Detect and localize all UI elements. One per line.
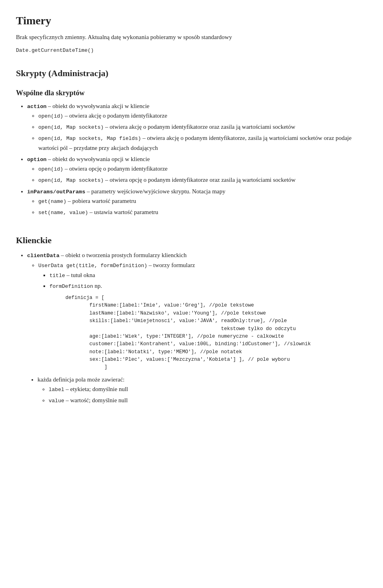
- option-desc: – obiekt do wywoływania opcji w kliencie: [47, 156, 150, 162]
- section1-desc2: Date.getCurrentDateTime(): [16, 45, 367, 55]
- list-item: set(name, value) – ustawia wartość param…: [38, 207, 367, 217]
- list-item: open(id) – otwiera opcję o podanym ident…: [38, 164, 367, 174]
- option-open2: open(id, Map sockets): [38, 177, 104, 183]
- kazda-list: każda definicja pola może zawierać: labe…: [38, 375, 367, 405]
- userdata-desc: – tworzy formularz: [147, 262, 195, 268]
- list-item-userdata: UserData get(title, formDefinition) – tw…: [38, 260, 367, 372]
- list-item: open(id) – otwiera akcję o podanym ident…: [38, 111, 367, 121]
- list-item: open(id, Map sockets) – otwiera opcję o …: [38, 175, 367, 185]
- list-item-label: label – etykieta; domyślnie null: [49, 384, 367, 394]
- list-item-clientdata: clientData – obiekt o tworzenia prostych…: [27, 250, 367, 372]
- section1-title: Timery: [16, 12, 367, 30]
- list-item-formdef: formDefinition np. definicja = [ firstNa…: [49, 281, 367, 372]
- wspólne-list: action – obiekt do wywoływania akcji w k…: [27, 101, 367, 217]
- list-item: open(id, Map sockets, Map fields) – otwi…: [38, 133, 367, 153]
- userdata-method: UserData get(title, formDefinition): [38, 263, 147, 269]
- userdata-subitems: title – tutuł okna formDefinition np. de…: [49, 270, 367, 372]
- kazda-subitems: label – etykieta; domyślnie null value –…: [49, 384, 367, 405]
- list-item-title: title – tutuł okna: [49, 270, 367, 280]
- formdef-codeblock: definicja = [ firstName:[label:'Imie', v…: [65, 294, 367, 372]
- title-desc: – tutuł okna: [65, 272, 95, 278]
- klienckie-section: Klienckie clientData – obiekt o tworzeni…: [16, 233, 367, 405]
- action-desc: – obiekt do wywoływania akcji w kliencie: [47, 103, 150, 109]
- section1-code: Date.getCurrentDateTime(): [16, 47, 94, 53]
- list-item: open(id, Map sockets) – otwiera akcję o …: [38, 122, 367, 132]
- setname: set(name, value): [38, 210, 88, 216]
- klienckie-list: clientData – obiekt o tworzenia prostych…: [27, 250, 367, 372]
- list-item-value: value – wartość; domyślnie null: [49, 395, 367, 405]
- action-open1: open(id): [38, 113, 63, 119]
- inparams-label: inParams/outParams: [27, 189, 85, 195]
- inparams-subitems: get(name) – pobiera wartość parametru se…: [38, 196, 367, 217]
- action-open3: open(id, Map sockets, Map fields): [38, 136, 141, 142]
- subsection1-title: Wspólne dla skryptów: [16, 87, 367, 99]
- clientdata-label: clientData: [27, 253, 59, 259]
- list-item-option: option – obiekt do wywoływania opcji w k…: [27, 154, 367, 185]
- action-open2: open(id, Map sockets): [38, 124, 104, 130]
- action-open1-desc: – otwiera akcję o podanym identyfikatorz…: [63, 112, 167, 119]
- action-label: action: [27, 104, 47, 110]
- clientdata-subitems: UserData get(title, formDefinition) – tw…: [38, 260, 367, 372]
- list-item: get(name) – pobiera wartość parametru: [38, 196, 367, 206]
- label-field: label: [49, 387, 64, 393]
- option-open1: open(id): [38, 166, 63, 172]
- option-label: option: [27, 157, 47, 163]
- list-item-inparams: inParams/outParams – parametry wejściowe…: [27, 187, 367, 217]
- value-field: value: [49, 398, 64, 404]
- value-field-desc: – wartość; domyślnie null: [64, 397, 128, 403]
- list-item-kazda: każda definicja pola może zawierać: labe…: [38, 375, 367, 405]
- option-open2-desc: – otwiera opcję o podanym identyfikatorz…: [104, 177, 296, 183]
- action-open2-desc: – otwiera akcję o podanym identyfikatorz…: [104, 124, 295, 130]
- formdef-label: formDefinition: [49, 283, 93, 289]
- title-label: title: [49, 273, 65, 279]
- formdef-desc: np.: [93, 283, 102, 289]
- list-item-action: action – obiekt do wywoływania akcji w k…: [27, 101, 367, 153]
- klienckie-title: Klienckie: [16, 233, 367, 247]
- option-subitems: open(id) – otwiera opcję o podanym ident…: [38, 164, 367, 185]
- action-subitems: open(id) – otwiera akcję o podanym ident…: [38, 111, 367, 152]
- label-field-desc: – etykieta; domyślnie null: [64, 386, 128, 392]
- section2-title: Skrypty (Administracja): [16, 66, 367, 80]
- inparams-desc: – parametry wejściowe/wyjściowe skryptu.…: [85, 188, 225, 195]
- clientdata-desc: – obiekt o tworzenia prostych formularzy…: [59, 252, 187, 258]
- getname: get(name): [38, 199, 66, 205]
- section1-desc1: Brak specyficznych zmienny. Aktualną dat…: [16, 32, 367, 42]
- option-open1-desc: – otwiera opcję o podanym identyfikatorz…: [63, 165, 168, 172]
- getname-desc: – pobiera wartość parametru: [66, 198, 136, 204]
- setname-desc: – ustawia wartość parametru: [88, 209, 158, 215]
- kazda-text: każda definicja pola może zawierać:: [38, 376, 124, 383]
